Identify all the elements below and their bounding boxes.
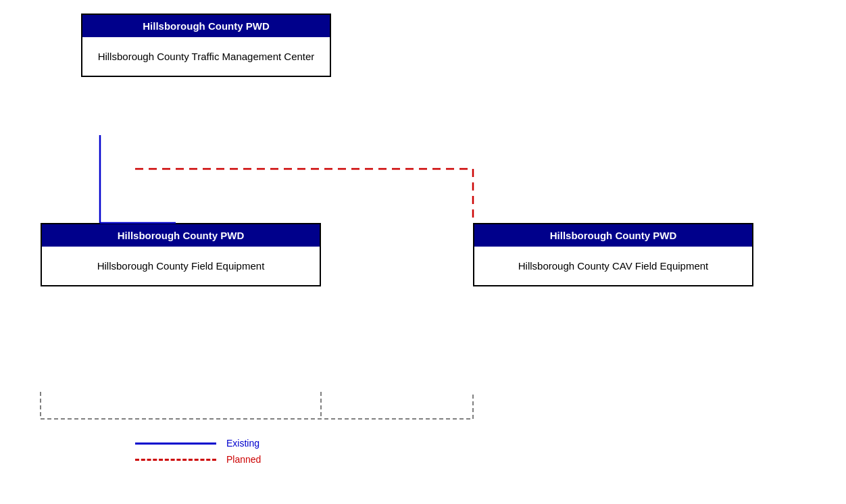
field-box: Hillsborough County PWD Hillsborough Cou…	[41, 223, 321, 286]
legend-existing-label: Existing	[226, 438, 259, 449]
tmc-box: Hillsborough County PWD Hillsborough Cou…	[81, 14, 331, 77]
cav-box: Hillsborough County PWD Hillsborough Cou…	[473, 223, 753, 286]
diagram-container: Hillsborough County PWD Hillsborough Cou…	[0, 0, 846, 504]
legend-planned-label: Planned	[226, 454, 261, 465]
cav-body: Hillsborough County CAV Field Equipment	[474, 247, 752, 285]
field-body: Hillsborough County Field Equipment	[42, 247, 320, 285]
tmc-body: Hillsborough County Traffic Management C…	[82, 37, 330, 76]
legend-planned-line	[135, 459, 216, 461]
cav-header: Hillsborough County PWD	[474, 224, 752, 247]
field-header: Hillsborough County PWD	[42, 224, 320, 247]
legend-existing-line	[135, 443, 216, 445]
legend-planned: Planned	[135, 454, 261, 465]
tmc-header: Hillsborough County PWD	[82, 15, 330, 37]
legend: Existing Planned	[135, 438, 261, 470]
legend-existing: Existing	[135, 438, 261, 449]
